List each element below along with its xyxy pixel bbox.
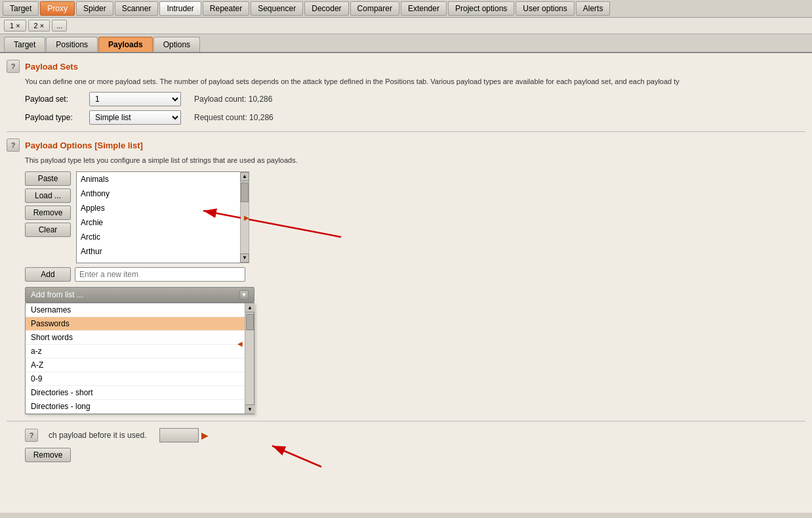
sub-tab-more[interactable]: ... (52, 20, 67, 32)
dropdown-item-dir-short[interactable]: Directories - short (26, 386, 245, 400)
menu-tab-repeater[interactable]: Repeater (203, 1, 249, 16)
dropdown-item-a-z[interactable]: a-z (26, 345, 245, 358)
clear-button[interactable]: Clear (25, 223, 71, 237)
menu-tab-intruder[interactable]: Intruder (159, 1, 201, 16)
payload-type-label: Payload type: (25, 113, 84, 122)
dropdown-item-short-words[interactable]: Short words (26, 331, 245, 345)
list-item: Arthur (77, 244, 240, 259)
list-item: Anthony (77, 186, 240, 201)
menu-tab-comparer[interactable]: Comparer (350, 1, 399, 16)
bottom-help-btn[interactable]: ? (25, 429, 38, 442)
payload-count-info: Payload count: 10,286 (194, 95, 272, 104)
list-item: Apples (77, 201, 240, 215)
payload-list-container: Animals Anthony Apples Archie Arctic Art… (76, 171, 249, 263)
payload-type-row: Payload type: Simple list Runtime file C… (25, 110, 805, 125)
dropdown-scroll-track: ◀ (245, 313, 254, 404)
dropdown-item-dir-long[interactable]: Directories - long (26, 400, 245, 414)
dropdown-item-0-9[interactable]: 0-9 (26, 372, 245, 386)
encode-area (159, 428, 199, 442)
paste-button[interactable]: Paste (25, 171, 71, 186)
payload-options-header: ? Payload Options [Simple list] (7, 139, 805, 152)
list-buttons: Paste Load ... Remove Clear (25, 171, 71, 263)
remove-button[interactable]: Remove (25, 205, 71, 220)
payload-sets-description: You can define one or more payload sets.… (25, 77, 805, 87)
menu-tab-extender[interactable]: Extender (401, 1, 447, 16)
dropdown-item-passwords[interactable]: Passwords (26, 317, 245, 331)
payload-sets-help-btn[interactable]: ? (7, 60, 20, 73)
main-content: ? Payload Sets You can define one or mor… (0, 53, 812, 513)
request-count-value: 10,286 (249, 113, 274, 122)
payload-type-select[interactable]: Simple list Runtime file Custom iterator (89, 110, 181, 125)
add-from-list-button[interactable]: Add from list ... ▼ (25, 287, 254, 303)
bottom-description: ch payload before it is used. (49, 431, 146, 440)
bottom-arrow: ▶ (201, 430, 209, 441)
dropdown-scroll-thumb[interactable] (246, 314, 254, 330)
add-row: Add (25, 267, 805, 282)
load-button[interactable]: Load ... (25, 188, 71, 203)
bottom-remove-button[interactable]: Remove (25, 448, 71, 462)
inner-tab-payloads[interactable]: Payloads (98, 37, 153, 52)
bottom-remove-row: Remove (25, 448, 805, 462)
payload-count-value: 10,286 (249, 95, 273, 104)
menu-tab-alerts[interactable]: Alerts (576, 1, 611, 16)
inner-tab-options[interactable]: Options (153, 37, 200, 52)
list-area: Paste Load ... Remove Clear Animals Anth… (25, 171, 805, 263)
scroll-down-btn[interactable]: ▼ (240, 253, 249, 263)
dropdown-item-A-Z[interactable]: A-Z (26, 358, 245, 372)
payload-sets-title: Payload Sets (25, 62, 78, 72)
menu-bar: Target Proxy Spider Scanner Intruder Rep… (0, 0, 812, 18)
sub-tabs-row: 1 × 2 × ... (0, 18, 812, 34)
payload-set-label: Payload set: (25, 95, 84, 104)
dropdown-item-usernames[interactable]: Usernames (26, 303, 245, 317)
add-from-list-label: Add from list ... (31, 290, 83, 299)
menu-tab-proxy[interactable]: Proxy (40, 1, 75, 16)
menu-tab-target[interactable]: Target (3, 1, 39, 16)
menu-tab-sequencer[interactable]: Sequencer (251, 1, 303, 16)
inner-tab-target[interactable]: Target (4, 37, 45, 52)
dropdown-arrow-icon[interactable]: ▼ (239, 290, 249, 299)
divider-1 (7, 131, 805, 132)
menu-tab-scanner[interactable]: Scanner (115, 1, 159, 16)
menu-tab-spider[interactable]: Spider (76, 1, 113, 16)
scroll-thumb[interactable] (241, 183, 249, 202)
list-item: Animals (77, 172, 240, 186)
divider-2 (7, 421, 805, 421)
payload-list[interactable]: Animals Anthony Apples Archie Arctic Art… (76, 171, 240, 263)
new-item-input[interactable] (75, 267, 245, 282)
payload-sets-section: ? Payload Sets You can define one or mor… (7, 60, 805, 125)
payload-options-description: This payload type lets you configure a s… (25, 156, 805, 165)
payload-options-section: ? Payload Options [Simple list] This pay… (7, 139, 805, 414)
dropdown-scroll-down[interactable]: ▼ (245, 404, 254, 414)
request-count-info: Request count: 10,286 (194, 113, 274, 122)
inner-tab-positions[interactable]: Positions (46, 37, 98, 52)
payload-sets-header: ? Payload Sets (7, 60, 805, 73)
payload-set-row: Payload set: 1 2 Payload count: 10,286 (25, 92, 805, 106)
list-scrollbar[interactable]: ▲ ▶ ▼ (240, 171, 249, 263)
menu-tab-project-options[interactable]: Project options (448, 1, 514, 16)
list-item: Asante (77, 259, 240, 263)
add-from-list-dropdown: Usernames Passwords Short words a-z A-Z … (25, 303, 254, 414)
menu-tab-decoder[interactable]: Decoder (304, 1, 348, 16)
payload-options-help-btn[interactable]: ? (7, 139, 20, 152)
sub-tab-2[interactable]: 2 × (28, 20, 51, 32)
scroll-track: ▶ (241, 181, 249, 253)
bottom-section: ? ch payload before it is used. ▶ (25, 428, 805, 442)
list-item: Arctic (77, 230, 240, 244)
add-button[interactable]: Add (25, 267, 71, 282)
payload-set-select[interactable]: 1 2 (89, 92, 181, 106)
add-from-list-container: Add from list ... ▼ Usernames Passwords … (25, 287, 254, 414)
list-item: Archie (77, 215, 240, 230)
sub-tab-1[interactable]: 1 × (4, 20, 26, 32)
dropdown-scroll-up[interactable]: ▲ (245, 303, 254, 313)
inner-tabs-row: Target Positions Payloads Options (0, 34, 812, 53)
menu-tab-user-options[interactable]: User options (516, 1, 574, 16)
scroll-up-btn[interactable]: ▲ (240, 172, 249, 181)
payload-options-title: Payload Options [Simple list] (25, 140, 143, 150)
